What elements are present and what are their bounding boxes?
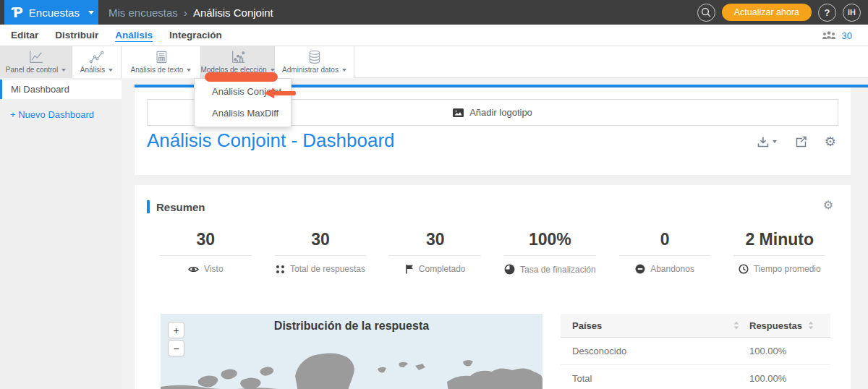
search-icon	[701, 7, 711, 17]
nav-item-distribuir[interactable]: Distribuir	[55, 30, 98, 40]
divider	[733, 255, 825, 256]
tool-analisis-de-texto[interactable]: Análisis de texto	[122, 46, 201, 78]
settings-gear-icon[interactable]: ⚙	[825, 135, 836, 148]
new-dashboard-button[interactable]: + Nuevo Dashboard	[0, 109, 122, 120]
country-cell: Desconocido	[572, 346, 749, 356]
map-title: Distribución de la respuesta	[161, 320, 542, 333]
stat-completado: 30 Completado	[378, 230, 493, 275]
breadcrumb-parent[interactable]: Mis encuestas	[109, 7, 178, 19]
sort-icon[interactable]	[733, 321, 739, 330]
stat-value: 0	[660, 230, 670, 249]
chevron-down-icon	[187, 69, 191, 72]
column-header-respuestas[interactable]: Respuestas	[749, 320, 819, 331]
divider	[275, 255, 367, 256]
respondents-count[interactable]: 30	[842, 30, 852, 41]
country-cell: Total	[572, 373, 749, 384]
divider	[160, 255, 252, 256]
stat-tiempo-promedio: 2 Minuto Tiempo promedio	[722, 230, 837, 275]
analysis-chart-icon	[88, 50, 106, 64]
product-switcher[interactable]: Ƥ Encuestas	[4, 0, 98, 25]
summary-card: Resumen ⚙ 30 Visto 30 Total de respuesta…	[135, 185, 851, 389]
countries-table: Países Respuestas Desconocido 100.00% To…	[561, 314, 830, 389]
nav-item-editar[interactable]: Editar	[11, 30, 38, 40]
annotation-arrow-icon	[264, 87, 297, 99]
choice-model-chart-icon	[229, 50, 247, 64]
summary-settings-gear-icon[interactable]: ⚙	[823, 200, 833, 211]
help-button[interactable]: ?	[818, 4, 836, 22]
questionpro-logo-icon: Ƥ	[12, 4, 23, 20]
update-now-button[interactable]: Actualizar ahora	[722, 4, 812, 21]
stat-total-respuestas: 30 Total de respuestas	[263, 230, 378, 275]
stat-label: Total de respuestas	[290, 264, 365, 274]
stat-label: Tasa de finalización	[520, 265, 596, 275]
table-header-row: Países Respuestas	[561, 314, 830, 338]
map-zoom-out-button[interactable]: −	[168, 340, 184, 356]
stat-value: 30	[311, 230, 330, 249]
download-button[interactable]	[757, 135, 777, 148]
column-label: Países	[572, 320, 602, 331]
respondents-summary[interactable]: 30	[822, 25, 852, 46]
app-screen: Ƥ Encuestas Mis encuestas › Análisis Con…	[0, 0, 868, 389]
product-name: Encuestas	[29, 7, 80, 19]
grid-dots-icon	[276, 265, 285, 274]
summary-header: Resumen	[147, 200, 205, 213]
column-header-paises[interactable]: Países	[572, 320, 749, 331]
sidebar-item-mi-dashboard[interactable]: Mi Dashboard	[0, 80, 122, 99]
clock-icon	[739, 264, 749, 274]
choice-models-dropdown-menu: Análisis Conjoint Análisis MaxDiff	[194, 78, 292, 127]
section-accent-bar	[147, 200, 150, 213]
tool-administrar-datos[interactable]: Administrar datos	[275, 46, 354, 78]
flag-icon	[405, 264, 414, 274]
chevron-down-icon	[342, 69, 346, 72]
avatar[interactable]: IH	[843, 4, 861, 22]
response-distribution-map: Distribución de la respuesta + −	[161, 314, 542, 389]
stat-abandonos: 0 Abandonos	[608, 230, 723, 275]
breadcrumb: Mis encuestas › Análisis Conjoint	[109, 0, 273, 25]
stat-value: 30	[197, 230, 216, 249]
share-icon	[794, 135, 807, 148]
stat-value: 100%	[529, 230, 571, 249]
map-zoom-in-button[interactable]: +	[168, 322, 184, 338]
chevron-down-icon	[88, 11, 94, 14]
table-row: Total 100.00%	[561, 365, 830, 389]
database-icon	[306, 50, 323, 64]
tool-analisis[interactable]: Análisis	[72, 46, 122, 78]
pie-icon	[504, 264, 515, 275]
dashboard-actions: ⚙	[757, 135, 836, 148]
page-title: Análisis Conjoint - Dashboard	[147, 129, 395, 152]
share-button[interactable]	[794, 135, 807, 148]
tool-label: Análisis de texto	[131, 66, 184, 74]
image-icon	[453, 108, 464, 117]
divider	[389, 255, 481, 256]
nav-item-analisis[interactable]: Análisis	[115, 30, 153, 40]
minus-circle-icon	[635, 264, 645, 274]
divider	[619, 255, 711, 256]
world-map	[161, 347, 542, 389]
dashboard-chart-icon	[27, 50, 45, 64]
chevron-down-icon	[773, 140, 777, 143]
tool-label: Análisis	[80, 66, 105, 74]
stat-visto: 30 Visto	[148, 230, 263, 275]
chevron-down-icon	[61, 69, 66, 72]
menu-item-analisis-maxdiff[interactable]: Análisis MaxDiff	[195, 103, 291, 124]
divider	[504, 255, 596, 256]
download-icon	[757, 135, 770, 148]
add-logo-label: Añadir logotipo	[469, 107, 532, 118]
dashboard-sidebar: Mi Dashboard + Nuevo Dashboard	[0, 78, 122, 389]
tool-panel-de-control[interactable]: Panel de control	[0, 46, 72, 78]
summary-stats-row: 30 Visto 30 Total de respuestas 30	[148, 230, 837, 275]
stat-value: 30	[426, 230, 445, 249]
top-header-bar: Ƥ Encuestas Mis encuestas › Análisis Con…	[0, 0, 868, 25]
breadcrumb-separator: ›	[184, 7, 187, 19]
sort-icon[interactable]	[808, 321, 814, 330]
chevron-down-icon	[271, 69, 275, 72]
annotation-highlight-bar	[205, 72, 278, 82]
breadcrumb-current: Análisis Conjoint	[193, 7, 273, 19]
people-group-icon	[822, 30, 836, 40]
table-row: Desconocido 100.00%	[561, 338, 830, 365]
search-button[interactable]	[697, 4, 715, 22]
nav-item-integracion[interactable]: Integración	[169, 30, 222, 40]
stat-label: Tiempo promedio	[754, 264, 821, 274]
stat-label: Completado	[419, 264, 466, 274]
text-report-icon	[153, 50, 169, 64]
